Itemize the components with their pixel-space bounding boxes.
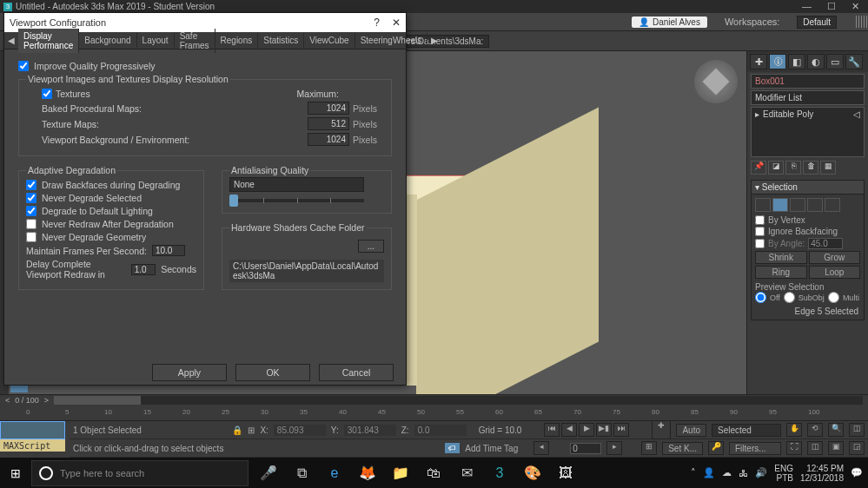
taskbar-search[interactable]: Type here to search xyxy=(31,460,248,486)
aa-dropdown[interactable]: None xyxy=(229,177,364,192)
tabs-scroll-left-icon[interactable]: ◀ xyxy=(4,36,18,45)
preview-multi-radio[interactable] xyxy=(828,292,839,303)
cmd-display-icon[interactable]: ▭ xyxy=(826,54,844,69)
cortana-icon[interactable] xyxy=(39,466,53,480)
draw-backfaces-checkbox[interactable] xyxy=(26,180,36,190)
isolate-icon[interactable]: ⊞ xyxy=(248,425,255,435)
task-photos-icon[interactable]: 🖼 xyxy=(551,459,580,487)
cmd-modify-icon[interactable]: 🛈 xyxy=(769,54,786,69)
nav-orbit-icon[interactable]: ⟲ xyxy=(807,423,823,437)
task-firefox-icon[interactable]: 🦊 xyxy=(353,459,382,487)
modifier-list-dropdown[interactable]: Modifier List xyxy=(751,90,865,105)
nav-pan-icon[interactable]: ✋ xyxy=(786,423,802,437)
frame-number-field[interactable]: 0 xyxy=(570,443,601,454)
coord-z[interactable]: 0.0 xyxy=(414,425,467,436)
make-unique-icon[interactable]: ⎘ xyxy=(785,161,801,175)
sel-edge-icon[interactable] xyxy=(772,198,788,212)
tray-language[interactable]: ENG PTB xyxy=(774,464,793,483)
tab-layout[interactable]: Layout xyxy=(137,33,175,48)
nav-max-toggle-icon[interactable]: ▣ xyxy=(828,441,844,455)
never-redraw-checkbox[interactable] xyxy=(26,219,36,229)
workspace-dropdown[interactable]: Default xyxy=(797,16,837,29)
coord-y[interactable]: 301.843 xyxy=(344,425,396,436)
user-account-pill[interactable]: 👤Daniel Alves xyxy=(632,16,707,28)
time-scroll-thumb[interactable] xyxy=(54,396,141,405)
task-paint-icon[interactable]: 🎨 xyxy=(518,459,547,487)
never-degrade-geom-checkbox[interactable] xyxy=(26,232,36,242)
task-taskview-icon[interactable]: ⧉ xyxy=(287,459,316,487)
tray-network-icon[interactable]: 🖧 xyxy=(739,468,748,478)
show-end-result-icon[interactable]: ◪ xyxy=(768,161,784,175)
close-button[interactable]: ✕ xyxy=(851,1,859,12)
preview-off-radio[interactable] xyxy=(755,292,766,303)
key-next-icon[interactable]: ▸ xyxy=(606,441,622,455)
goto-end-icon[interactable]: ⏭ xyxy=(613,423,629,437)
time-prev-icon[interactable]: < xyxy=(5,396,10,405)
key-filters-icon[interactable]: 🔑 xyxy=(708,441,724,455)
minimize-button[interactable]: — xyxy=(802,1,812,12)
goto-start-icon[interactable]: ⏮ xyxy=(544,423,560,437)
maxscript-listener[interactable]: MAXScript Mi: xyxy=(0,439,65,452)
sel-vertex-icon[interactable] xyxy=(755,198,771,212)
task-cortana-mic-icon[interactable]: 🎤 xyxy=(254,459,283,487)
key-filter-dropdown[interactable]: Selected xyxy=(712,424,781,437)
by-vertex-checkbox[interactable] xyxy=(755,215,765,225)
stack-expand-icon[interactable]: ▸ xyxy=(755,109,759,119)
selection-rollout-header[interactable]: ▾ Selection xyxy=(751,180,865,195)
pin-stack-icon[interactable]: 📌 xyxy=(751,161,766,175)
key-prev-icon[interactable]: ◂ xyxy=(533,441,549,455)
aa-slider[interactable] xyxy=(229,199,364,202)
preview-subobj-radio[interactable] xyxy=(784,292,795,303)
configure-sets-icon[interactable]: ▦ xyxy=(820,161,836,175)
dialog-help-icon[interactable]: ? xyxy=(374,16,380,29)
coord-x[interactable]: 85.093 xyxy=(274,425,326,436)
maximize-button[interactable]: ☐ xyxy=(827,1,836,12)
cmd-utilities-icon[interactable]: 🔧 xyxy=(845,54,863,69)
vertex-lit-icon[interactable]: ◁ xyxy=(853,109,860,119)
vp-bg-dropdown[interactable]: 1024 xyxy=(308,133,349,146)
modifier-stack[interactable]: ▸Editable Poly◁ xyxy=(751,107,865,157)
nav-zoom-icon[interactable]: 🔍 xyxy=(828,423,844,437)
sel-polygon-icon[interactable] xyxy=(807,198,823,212)
tab-viewcube[interactable]: ViewCube xyxy=(304,33,354,48)
time-config-icon[interactable]: ⊞ xyxy=(641,441,657,455)
next-frame-icon[interactable]: ▶▮ xyxy=(596,423,612,437)
texture-maps-dropdown[interactable]: 512 xyxy=(308,117,349,130)
cmd-hierarchy-icon[interactable]: ◧ xyxy=(788,54,805,69)
view-cube[interactable] xyxy=(694,60,738,103)
nav-zoom-region-icon[interactable]: ◫ xyxy=(807,441,823,455)
auto-key-button[interactable]: Auto xyxy=(676,424,706,437)
nav-3d-icon[interactable]: ◲ xyxy=(849,441,865,455)
remove-mod-icon[interactable]: 🗑 xyxy=(803,161,818,175)
tray-volume-icon[interactable]: 🔊 xyxy=(755,467,767,478)
nav-zoom-ext-icon[interactable]: ⛶ xyxy=(786,441,802,455)
task-mail-icon[interactable]: ✉ xyxy=(452,459,481,487)
grow-button[interactable]: Grow xyxy=(809,251,861,264)
task-explorer-icon[interactable]: 📁 xyxy=(386,459,415,487)
tray-people-icon[interactable]: 👤 xyxy=(703,467,715,478)
by-angle-checkbox[interactable] xyxy=(755,239,765,248)
task-edge-icon[interactable]: e xyxy=(320,459,349,487)
toolbar-grip[interactable] xyxy=(856,16,868,28)
aa-slider-thumb[interactable] xyxy=(229,195,238,207)
time-scroll[interactable] xyxy=(54,396,863,405)
baked-maps-dropdown[interactable]: 1024 xyxy=(308,102,349,115)
loop-button[interactable]: Loop xyxy=(809,266,861,279)
tab-statistics[interactable]: Statistics xyxy=(258,33,304,48)
set-key-button[interactable]: Set K... xyxy=(662,442,703,455)
tabs-scroll-right-icon[interactable]: ▶ xyxy=(427,36,441,45)
tray-overflow-icon[interactable]: ˄ xyxy=(691,467,696,478)
improve-quality-checkbox[interactable] xyxy=(18,61,29,71)
time-slider-box[interactable] xyxy=(0,421,65,439)
by-angle-spinner[interactable]: 45.0 xyxy=(808,238,843,249)
cancel-button[interactable]: Cancel xyxy=(319,364,394,381)
tag-icon[interactable]: 🏷 xyxy=(445,443,460,453)
lock-icon[interactable]: 🔒 xyxy=(232,425,242,435)
apply-button[interactable]: Apply xyxy=(152,364,227,381)
tray-notifications-icon[interactable]: 💬 xyxy=(851,467,863,478)
sel-border-icon[interactable] xyxy=(790,198,805,212)
add-time-tag[interactable]: Add Time Tag xyxy=(465,444,518,453)
play-icon[interactable]: ▶ xyxy=(579,423,594,437)
cmd-motion-icon[interactable]: ◐ xyxy=(807,54,825,69)
dialog-close-icon[interactable]: ✕ xyxy=(392,16,401,29)
